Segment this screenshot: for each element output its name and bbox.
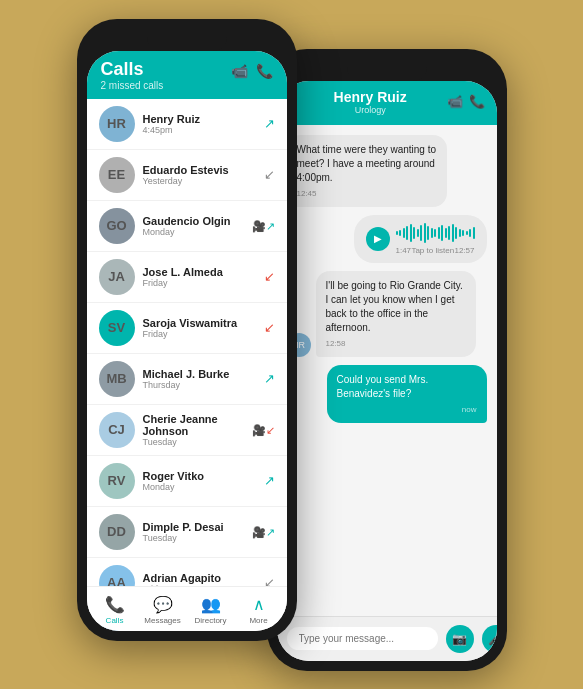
messages-nav-icon: 💬 <box>153 595 173 614</box>
call-type-icon: ↗ <box>264 473 275 488</box>
right-notch <box>347 59 427 81</box>
directory-nav-icon: 👥 <box>201 595 221 614</box>
received-message-bubble: I'll be going to Rio Grande City. I can … <box>316 271 476 357</box>
call-type-icon: ↙ <box>264 167 275 182</box>
call-item[interactable]: DD Dimple P. Desai Tuesday 🎥↗ <box>87 507 287 558</box>
phone-call-icon[interactable]: 📞 <box>256 63 273 79</box>
waveform <box>396 223 475 243</box>
chat-phone-icon[interactable]: 📞 <box>469 94 485 109</box>
waveform-bar <box>438 227 440 239</box>
video-missed-icon: 🎥↙ <box>252 424 275 436</box>
right-phone: ‹ Henry Ruiz Urology 📹 📞 What time were … <box>267 49 507 671</box>
more-nav-icon: ∧ <box>253 595 265 614</box>
outgoing-call-icon: ↗ <box>264 116 275 131</box>
waveform-bar <box>455 227 457 239</box>
call-name: Adrian Agapito <box>143 572 264 584</box>
play-button[interactable]: ▶ <box>366 227 390 251</box>
nav-messages[interactable]: 💬 Messages <box>139 595 187 625</box>
waveform-bar <box>469 229 471 237</box>
call-name: Roger Vitko <box>143 470 264 482</box>
call-name: Jose L. Almeda <box>143 266 264 278</box>
waveform-bar <box>445 228 447 238</box>
waveform-bar <box>413 227 415 239</box>
chat-input-bar: 📷 🎤 <box>277 616 497 661</box>
video-outgoing-icon: 🎥↗ <box>252 220 275 232</box>
calls-subtitle: 2 missed calls <box>101 80 273 91</box>
chat-header-info: Henry Ruiz Urology <box>302 89 439 115</box>
call-info: Saroja Viswamitra Friday <box>143 317 264 339</box>
message-input[interactable] <box>287 627 438 650</box>
call-item[interactable]: JA Jose L. Almeda Friday ↙ <box>87 252 287 303</box>
missed-call-icon: ↙ <box>264 320 275 335</box>
call-type-icon: ↗ <box>264 116 275 131</box>
waveform-bar <box>420 225 422 241</box>
call-avatar: HR <box>99 106 135 142</box>
call-avatar: GO <box>99 208 135 244</box>
video-call-icon[interactable]: 📹 <box>231 63 248 79</box>
chat-contact-name: Henry Ruiz <box>302 89 439 105</box>
calls-list: HR Henry Ruiz 4:45pm ↗ EE Eduardo Estevi… <box>87 99 287 631</box>
call-info: Roger Vitko Monday <box>143 470 264 492</box>
waveform-bar <box>462 230 464 236</box>
waveform-bar <box>406 226 408 240</box>
call-avatar: RV <box>99 463 135 499</box>
call-item[interactable]: MB Michael J. Burke Thursday ↗ <box>87 354 287 405</box>
call-avatar: SV <box>99 310 135 346</box>
call-item[interactable]: HR Henry Ruiz 4:45pm ↗ <box>87 99 287 150</box>
chat-messages: What time were they wanting to meet? I h… <box>277 125 497 616</box>
nav-directory[interactable]: 👥 Directory <box>187 595 235 625</box>
call-name: Dimple P. Desai <box>143 521 252 533</box>
call-item[interactable]: SV Saroja Viswamitra Friday ↙ <box>87 303 287 354</box>
call-item[interactable]: GO Gaudencio Olgin Monday 🎥↗ <box>87 201 287 252</box>
camera-icon: 📷 <box>452 632 467 646</box>
call-name: Gaudencio Olgin <box>143 215 252 227</box>
call-avatar: DD <box>99 514 135 550</box>
received-message-with-avatar: HR I'll be going to Rio Grande City. I c… <box>287 271 487 357</box>
waveform-bar <box>403 228 405 238</box>
call-type-icon: ↙ <box>264 320 275 335</box>
mic-icon: 🎤 <box>488 632 497 646</box>
message-time: 12:58 <box>326 338 466 349</box>
call-item[interactable]: RV Roger Vitko Monday ↗ <box>87 456 287 507</box>
call-type-icon: 🎥↗ <box>252 219 275 233</box>
sent-message: Could you send Mrs. Benavidez's file?now <box>327 365 487 423</box>
waveform-bar <box>417 229 419 237</box>
nav-calls[interactable]: 📞 Calls <box>91 595 139 625</box>
call-avatar: EE <box>99 157 135 193</box>
video-outgoing-icon: 🎥↗ <box>252 526 275 538</box>
missed-call-icon: ↙ <box>264 269 275 284</box>
call-info: Dimple P. Desai Tuesday <box>143 521 252 543</box>
call-time: Tuesday <box>143 533 252 543</box>
call-time: Friday <box>143 278 264 288</box>
call-info: Henry Ruiz 4:45pm <box>143 113 264 135</box>
call-info: Eduardo Estevis Yesterday <box>143 164 264 186</box>
call-avatar: MB <box>99 361 135 397</box>
call-item[interactable]: EE Eduardo Estevis Yesterday ↙ <box>87 150 287 201</box>
call-info: Gaudencio Olgin Monday <box>143 215 252 237</box>
nav-more[interactable]: ∧ More <box>235 595 283 625</box>
mic-button[interactable]: 🎤 <box>482 625 497 653</box>
call-type-icon: ↙ <box>264 269 275 284</box>
call-type-icon: ↗ <box>264 371 275 386</box>
waveform-bar <box>448 226 450 240</box>
incoming-call-icon: ↙ <box>264 167 275 182</box>
call-name: Eduardo Estevis <box>143 164 264 176</box>
call-time: Monday <box>143 482 264 492</box>
call-info: Michael J. Burke Thursday <box>143 368 264 390</box>
chat-video-icon[interactable]: 📹 <box>447 94 463 109</box>
call-type-icon: 🎥↙ <box>252 423 275 437</box>
call-item[interactable]: CJ Cherie Jeanne Johnson Tuesday 🎥↙ <box>87 405 287 456</box>
call-time: Yesterday <box>143 176 264 186</box>
waveform-bar <box>434 229 436 237</box>
camera-button[interactable]: 📷 <box>446 625 474 653</box>
waveform-bar <box>452 224 454 242</box>
call-time: Friday <box>143 329 264 339</box>
waveform-bar <box>431 228 433 238</box>
calls-nav-icon: 📞 <box>105 595 125 614</box>
waveform-bar <box>473 227 475 239</box>
call-name: Michael J. Burke <box>143 368 264 380</box>
voice-message: ▶ 1:47 Tap to listen 12:57 <box>354 215 487 263</box>
call-time: Tuesday <box>143 437 252 447</box>
call-info: Jose L. Almeda Friday <box>143 266 264 288</box>
tap-to-listen-label[interactable]: Tap to listen <box>411 246 454 255</box>
